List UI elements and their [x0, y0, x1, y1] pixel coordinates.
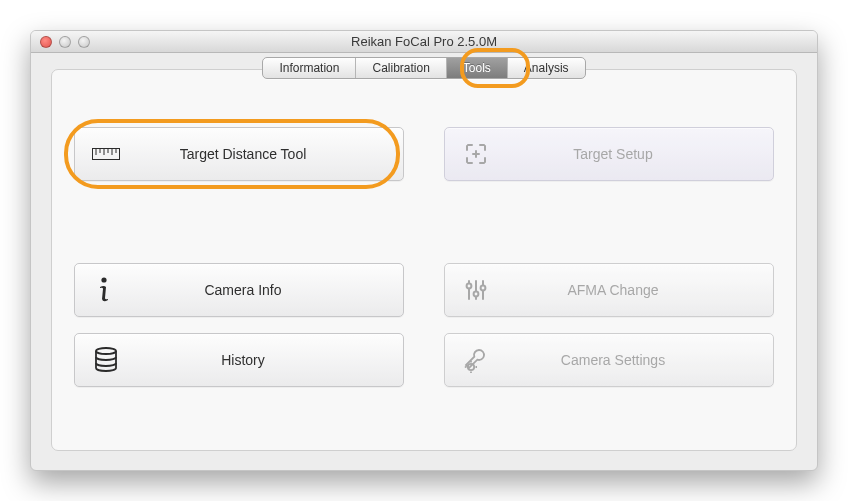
- target-setup-icon: [459, 142, 493, 166]
- button-label: Camera Settings: [493, 352, 761, 368]
- sliders-icon: [459, 278, 493, 302]
- button-label: Target Setup: [493, 146, 761, 162]
- target-distance-tool-button[interactable]: Target Distance Tool: [74, 127, 404, 181]
- spacer: [74, 197, 404, 247]
- history-button[interactable]: History: [74, 333, 404, 387]
- button-label: History: [123, 352, 391, 368]
- tab-tools[interactable]: Tools: [447, 58, 508, 78]
- title-bar: Reikan FoCal Pro 2.5.0M: [31, 31, 817, 53]
- tab-analysis[interactable]: Analysis: [508, 58, 585, 78]
- button-label: Camera Info: [123, 282, 391, 298]
- button-label: Target Distance Tool: [123, 146, 391, 162]
- svg-point-16: [96, 348, 116, 354]
- spacer: [444, 197, 774, 247]
- svg-point-9: [101, 277, 106, 282]
- afma-change-button[interactable]: AFMA Change: [444, 263, 774, 317]
- main-panel: Information Calibration Tools Analysis: [51, 69, 797, 451]
- window-title: Reikan FoCal Pro 2.5.0M: [31, 34, 817, 49]
- tab-calibration[interactable]: Calibration: [356, 58, 446, 78]
- target-setup-button[interactable]: Target Setup: [444, 127, 774, 181]
- traffic-lights: [31, 36, 90, 48]
- svg-point-15: [481, 286, 486, 291]
- svg-rect-0: [93, 149, 120, 160]
- info-icon: [89, 276, 123, 304]
- tools-grid: Target Distance Tool Target Setup: [74, 127, 774, 387]
- camera-settings-button[interactable]: Camera Settings: [444, 333, 774, 387]
- camera-info-button[interactable]: Camera Info: [74, 263, 404, 317]
- svg-point-13: [467, 284, 472, 289]
- window-content: Information Calibration Tools Analysis: [31, 53, 817, 467]
- tab-bar: Information Calibration Tools Analysis: [74, 57, 774, 79]
- tab-information[interactable]: Information: [263, 58, 356, 78]
- wrench-gear-icon: [459, 347, 493, 373]
- database-icon: [89, 347, 123, 373]
- close-icon[interactable]: [40, 36, 52, 48]
- zoom-icon[interactable]: [78, 36, 90, 48]
- tabs: Information Calibration Tools Analysis: [262, 57, 585, 79]
- ruler-icon: [89, 148, 123, 160]
- svg-point-14: [474, 292, 479, 297]
- minimize-icon[interactable]: [59, 36, 71, 48]
- app-window: Reikan FoCal Pro 2.5.0M Information Cali…: [30, 30, 818, 471]
- button-label: AFMA Change: [493, 282, 761, 298]
